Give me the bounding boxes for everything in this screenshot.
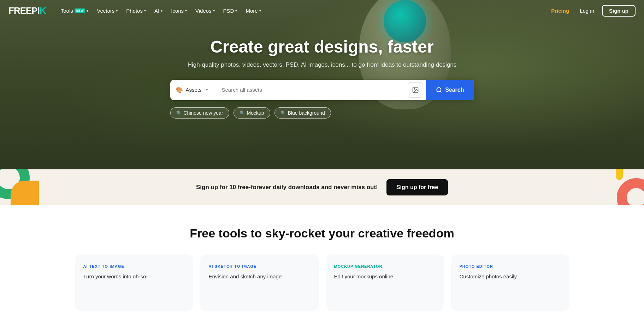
banner-text: Sign up for 10 free-forever daily downlo… [196,184,378,191]
svg-point-1 [414,88,415,89]
tools-grid: AI TEXT-TO-IMAGE Turn your words into oh… [75,254,569,311]
chevron-down-icon: ▾ [259,9,261,13]
tool-card-mockup-generator[interactable]: MOCKUP GENERATOR Edit your mockups onlin… [326,254,444,311]
pricing-button[interactable]: Pricing [548,6,572,16]
tool-tag: AI SKETCH-TO-IMAGE [209,264,310,268]
search-category-dropdown[interactable]: 🎨 Assets ▾ [170,80,216,100]
tool-tag: PHOTO EDITOR [460,264,561,268]
svg-point-2 [437,87,441,92]
suggestion-pills: 🔍 Chinese new year 🔍 Mockup 🔍 Blue backg… [170,107,474,119]
search-category-label: Assets [186,87,202,93]
pill-mockup[interactable]: 🔍 Mockup [234,107,270,119]
decorative-shape-yellow [11,181,39,205]
image-search-icon[interactable] [408,82,423,98]
tool-description: Turn your words into oh-so- [83,273,185,281]
tool-description: Edit your mockups online [334,273,436,281]
chevron-down-icon: ▾ [87,9,88,13]
signup-banner: Sign up for 10 free-forever daily downlo… [0,169,644,205]
signup-free-button[interactable]: Sign up for free [386,179,448,195]
free-tools-section: Free tools to sky-rocket your creative f… [0,205,644,320]
signup-button[interactable]: Sign up [602,5,636,17]
search-input[interactable] [216,80,408,100]
nav-item-vectors[interactable]: Vectors ▾ [93,6,121,16]
decorative-shape-yellow2 [616,169,623,180]
pill-chinese-new-year[interactable]: 🔍 Chinese new year [170,107,229,119]
tool-card-photo-editor[interactable]: PHOTO EDITOR Customize photos easily [451,254,569,311]
nav-item-photos[interactable]: Photos ▾ [123,6,149,16]
nav-menu: Tools NEW ▾ Vectors ▾ Photos ▾ AI ▾ Icon… [57,6,549,16]
tool-description: Customize photos easily [460,273,561,281]
section-title: Free tools to sky-rocket your creative f… [14,227,630,240]
pill-blue-background[interactable]: 🔍 Blue background [274,107,331,119]
search-icon [436,87,442,93]
chevron-down-icon: ▾ [116,9,118,13]
hero-content: Create great designs, faster High-qualit… [163,37,481,119]
nav-item-icons[interactable]: Icons ▾ [167,6,190,16]
chevron-down-icon: ▾ [213,9,215,13]
tool-card-ai-sketch-to-image[interactable]: AI SKETCH-TO-IMAGE Envision and sketch a… [200,254,319,311]
search-icon: 🔍 [176,110,182,115]
tool-tag: MOCKUP GENERATOR [334,264,436,268]
chevron-down-icon: ▾ [206,88,208,92]
tool-tag: AI TEXT-TO-IMAGE [83,264,185,268]
chevron-down-icon: ▾ [144,9,146,13]
nav-item-videos[interactable]: Videos ▾ [192,6,218,16]
search-icon: 🔍 [240,110,245,115]
chevron-down-icon: ▾ [161,9,163,13]
search-button[interactable]: Search [426,80,474,100]
search-button-label: Search [445,87,464,93]
search-icon: 🔍 [280,110,286,115]
login-button[interactable]: Log in [576,6,598,16]
hero-section: Create great designs, faster High-qualit… [0,0,644,169]
nav-item-tools[interactable]: Tools NEW ▾ [57,6,92,16]
logo[interactable]: FREEPIK [8,5,46,16]
tool-card-ai-text-to-image[interactable]: AI TEXT-TO-IMAGE Turn your words into oh… [75,254,193,311]
assets-icon: 🎨 [176,86,183,93]
navbar: FREEPIK Tools NEW ▾ Vectors ▾ Photos ▾ A… [0,0,644,21]
chevron-down-icon: ▾ [185,9,187,13]
nav-item-more[interactable]: More ▾ [242,6,264,16]
hero-subtitle: High-quality photos, videos, vectors, PS… [170,61,474,68]
nav-item-ai[interactable]: AI ▾ [151,6,166,16]
svg-line-3 [441,91,442,92]
nav-item-psd[interactable]: PSD ▾ [220,6,241,16]
tool-description: Envision and sketch any image [209,273,310,281]
hero-title: Create great designs, faster [170,37,474,56]
navbar-actions: Pricing Log in Sign up [548,5,636,17]
chevron-down-icon: ▾ [235,9,237,13]
search-bar: 🎨 Assets ▾ Search [170,80,474,100]
decorative-shape-coral [617,178,644,205]
